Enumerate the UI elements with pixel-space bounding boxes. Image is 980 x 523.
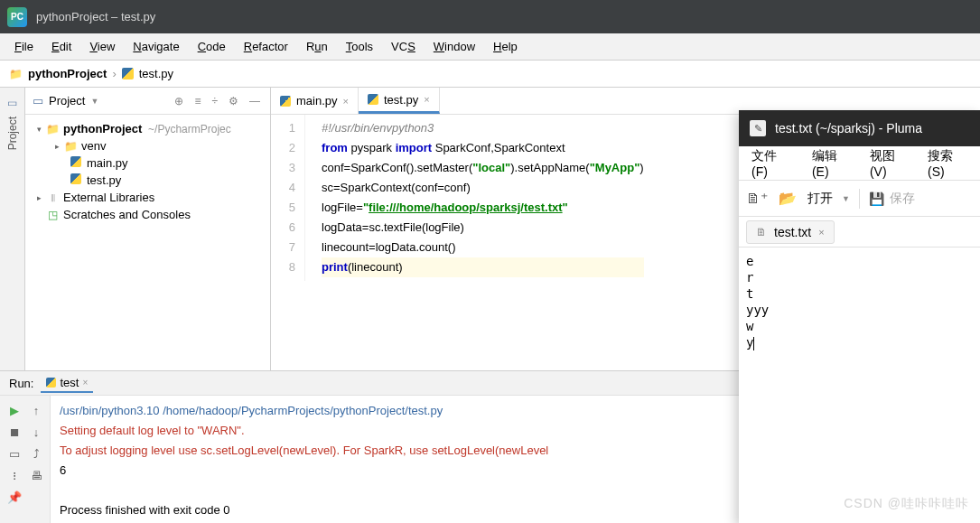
pluma-tab[interactable]: 🗎 test.txt × [746,220,835,244]
tree-root-name: pythonProject [60,122,142,135]
close-icon[interactable]: × [343,96,349,107]
hide-icon[interactable]: — [247,95,263,107]
close-icon[interactable]: × [82,378,88,388]
save-button[interactable]: 💾 保存 [869,191,915,207]
pluma-menu[interactable]: 编辑(E) [803,143,861,184]
menu-run[interactable]: Run [297,36,337,57]
pluma-title: test.txt (~/sparksj) - Pluma [775,121,922,135]
run-label: Run: [9,377,33,390]
new-file-icon[interactable]: 🗎⁺ [746,188,768,210]
menu-navigate[interactable]: Navigate [124,36,188,57]
breadcrumb-root[interactable]: pythonProject [28,67,107,80]
pluma-menu[interactable]: 搜索(S) [919,143,976,184]
tab-label: test.py [384,93,418,107]
down-icon[interactable]: ↓ [27,423,45,441]
collapse-icon[interactable]: ÷ [209,95,220,107]
python-file-icon [70,173,81,184]
tree-project-root[interactable]: ▾ 📁 pythonProject ~/PycharmProjec [25,120,270,137]
gutter: 12345678 [271,115,305,281]
project-panel: ▭ Project ▼ ⊕ ≡ ÷ ⚙ — ▾ 📁 pythonProject … [25,88,271,370]
close-icon[interactable]: × [818,227,824,238]
python-file-icon [280,96,291,107]
code-line[interactable]: #!/usr/bin/envpython3 [322,118,644,138]
editor-tab[interactable]: test.py× [359,88,440,114]
up-icon[interactable]: ↑ [27,401,45,419]
chevron-right-icon[interactable]: ▸ [33,193,45,202]
menu-tools[interactable]: Tools [337,36,382,57]
pluma-menu[interactable]: 视图(V) [861,143,919,184]
open-folder-icon[interactable]: 📂 [777,188,798,210]
code-line[interactable]: logFile="file:///home/hadoop/sparksj/tes… [322,198,644,218]
pluma-tab-name: test.txt [774,225,811,239]
run-toolbar: ▶ ↑ ⏹ ↓ ▭ ⤴ ⫶ 🖶 📌 [0,396,51,523]
menu-view[interactable]: View [80,36,124,57]
menu-edit[interactable]: Edit [42,36,80,57]
code-lines[interactable]: #!/usr/bin/envpython3from pyspark import… [305,115,644,281]
python-file-icon [122,68,134,79]
project-tool-button[interactable]: Project [6,113,19,154]
window-title: pythonProject – test.py [36,10,155,23]
layout-icon[interactable]: ▭ [5,444,23,462]
chevron-down-icon[interactable]: ▼ [842,194,850,203]
code-line[interactable]: linecount=logData.count() [322,238,644,257]
print-icon[interactable]: 🖶 [27,466,45,484]
sidebar-left: ▭ Project [0,88,25,370]
expand-icon[interactable]: ≡ [191,95,203,107]
code-line[interactable]: sc=SparkContext(conf=conf) [322,178,644,198]
save-label: 保存 [890,191,915,207]
folder-icon: 📁 [63,140,78,153]
stop-button[interactable]: ⏹ [5,423,23,441]
tree-root-hint [142,123,148,135]
document-icon: 🗎 [756,226,767,238]
python-file-icon [46,378,56,388]
menu-file[interactable]: File [5,36,42,57]
tree-label: main.py [83,156,128,170]
tree-venv[interactable]: ▸ 📁 venv [25,137,270,154]
pluma-menubar: 文件 (F)编辑(E)视图(V)搜索(S) [739,146,980,181]
chevron-down-icon[interactable]: ▾ [33,125,45,134]
menu-window[interactable]: Window [425,36,484,57]
menu-help[interactable]: Help [484,36,527,57]
pin-icon[interactable]: 📌 [5,488,23,506]
pluma-editor[interactable]: e r t yyy w y [739,247,980,523]
wrap-icon[interactable]: ⤴ [27,444,45,462]
chevron-right-icon[interactable]: ▸ [51,142,63,151]
pycharm-icon: PC [7,7,27,27]
folder-icon: ▭ [7,97,17,109]
menu-vcs[interactable]: VCS [382,36,425,57]
rerun-button[interactable]: ▶ [5,401,23,419]
menu-code[interactable]: Code [189,36,235,57]
pluma-menu[interactable]: 文件 (F) [742,143,803,184]
editor-tab[interactable]: main.py× [271,88,359,114]
locate-icon[interactable]: ⊕ [172,95,186,107]
pluma-titlebar[interactable]: ✎ test.txt (~/sparksj) - Pluma [739,110,980,146]
gear-icon[interactable]: ⚙ [226,95,241,107]
save-icon: 💾 [869,191,884,206]
run-config-tab[interactable]: test × [41,374,93,393]
breadcrumb-file[interactable]: test.py [139,67,173,80]
open-button[interactable]: 打开 [807,191,833,207]
tree-scratches[interactable]: ◳ Scratches and Consoles [25,206,270,223]
menu-refactor[interactable]: Refactor [235,36,297,57]
tree-external-libraries[interactable]: ▸ ⫴ External Libraries [25,189,270,206]
python-file-icon [70,156,81,167]
filter-icon[interactable]: ⫶ [5,466,23,484]
run-config-name: test [60,376,79,389]
code-line[interactable]: print(linecount) [322,257,644,277]
separator [859,189,860,209]
tree-file-test[interactable]: test.py [25,172,270,189]
tree-file-main[interactable]: main.py [25,154,270,172]
project-panel-header: ▭ Project ▼ ⊕ ≡ ÷ ⚙ — [25,88,270,115]
folder-icon: 📁 [45,123,60,135]
document-icon: ✎ [750,120,766,136]
code-line[interactable]: from pyspark import SparkConf,SparkConte… [322,138,644,158]
chevron-down-icon[interactable]: ▼ [90,97,98,106]
ide-titlebar: PC pythonProject – test.py [0,0,980,33]
code-line[interactable]: logData=sc.textFile(logFile) [322,218,644,238]
tree-label: Scratches and Consoles [60,208,191,221]
code-line[interactable]: conf=SparkConf().setMaster("local").setA… [322,158,644,178]
pluma-window: ✎ test.txt (~/sparksj) - Pluma 文件 (F)编辑(… [739,110,980,523]
pluma-toolbar: 🗎⁺ 📂 打开 ▼ 💾 保存 [739,181,980,217]
close-icon[interactable]: × [424,94,429,105]
tree-label: External Libraries [60,191,154,204]
